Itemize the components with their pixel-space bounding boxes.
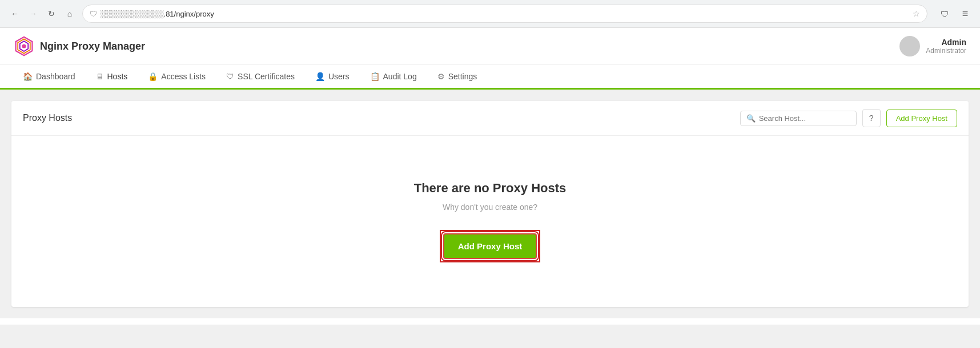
menu-button[interactable]: ≡	[957, 6, 973, 22]
shield-icon: 🛡	[90, 10, 97, 18]
app-logo-icon	[14, 36, 34, 56]
nav-settings[interactable]: ⚙ Settings	[428, 65, 487, 90]
forward-button[interactable]: →	[25, 6, 41, 22]
app-header: Nginx Proxy Manager Admin Administrator	[0, 28, 980, 65]
nav-ssl-label: SSL Certificates	[238, 72, 295, 81]
settings-icon: ⚙	[437, 72, 445, 81]
access-lists-icon: 🔒	[148, 72, 158, 81]
user-role: Administrator	[926, 47, 966, 55]
nav-audit-log-label: Audit Log	[383, 72, 417, 81]
user-info: Admin Administrator	[926, 38, 966, 55]
main-nav: 🏠 Dashboard 🖥 Hosts 🔒 Access Lists 🛡 SSL…	[0, 65, 980, 90]
back-button[interactable]: ←	[7, 6, 23, 22]
shield-browser-icon[interactable]: 🛡	[937, 6, 953, 22]
app-brand: Nginx Proxy Manager	[14, 36, 145, 56]
help-button[interactable]: ?	[862, 109, 881, 127]
bookmark-icon[interactable]: ☆	[913, 9, 920, 18]
nav-hosts-label: Hosts	[107, 72, 128, 81]
browser-nav-buttons: ← → ↻ ⌂	[7, 6, 78, 22]
users-icon: 👤	[315, 72, 325, 81]
app-title: Nginx Proxy Manager	[40, 41, 145, 52]
card-header-actions: 🔍 ? Add Proxy Host	[740, 109, 957, 127]
content-card: Proxy Hosts 🔍 ? Add Proxy Host There are…	[11, 101, 969, 307]
avatar	[899, 36, 920, 56]
add-proxy-host-header-button[interactable]: Add Proxy Host	[886, 110, 957, 127]
home-button[interactable]: ⌂	[62, 6, 78, 22]
add-proxy-host-button[interactable]: Add Proxy Host	[443, 233, 537, 259]
user-menu[interactable]: Admin Administrator	[899, 36, 966, 56]
dashboard-icon: 🏠	[23, 72, 33, 81]
card-title: Proxy Hosts	[23, 113, 72, 123]
nav-users[interactable]: 👤 Users	[306, 65, 359, 90]
browser-chrome: ← → ↻ ⌂ 🛡 ░░░░░░░░░░░░.81/nginx/proxy ☆ …	[0, 0, 980, 28]
nav-access-lists[interactable]: 🔒 Access Lists	[139, 65, 215, 90]
ssl-icon: 🛡	[226, 72, 234, 81]
address-text: ░░░░░░░░░░░░.81/nginx/proxy	[101, 10, 909, 18]
audit-log-icon: 📋	[370, 72, 380, 81]
app-main: Proxy Hosts 🔍 ? Add Proxy Host There are…	[0, 90, 980, 318]
browser-toolbar: ← → ↻ ⌂ 🛡 ░░░░░░░░░░░░.81/nginx/proxy ☆ …	[0, 0, 980, 27]
search-box[interactable]: 🔍	[740, 111, 857, 126]
empty-state-title: There are no Proxy Hosts	[414, 181, 567, 196]
reload-button[interactable]: ↻	[43, 6, 59, 22]
nav-settings-label: Settings	[448, 72, 477, 81]
search-input[interactable]	[759, 114, 850, 123]
nav-dashboard[interactable]: 🏠 Dashboard	[14, 65, 85, 90]
nav-dashboard-label: Dashboard	[36, 72, 75, 81]
empty-state-subtitle: Why don't you create one?	[443, 203, 537, 212]
add-proxy-host-highlight: Add Proxy Host	[440, 230, 541, 262]
nav-hosts[interactable]: 🖥 Hosts	[87, 65, 137, 90]
nav-users-label: Users	[328, 72, 350, 81]
nav-audit-log[interactable]: 📋 Audit Log	[361, 65, 426, 90]
search-icon: 🔍	[746, 114, 756, 123]
svg-point-3	[22, 44, 26, 48]
app-container: Nginx Proxy Manager Admin Administrator …	[0, 28, 980, 325]
nav-ssl-certificates[interactable]: 🛡 SSL Certificates	[217, 65, 304, 90]
hosts-icon: 🖥	[96, 72, 104, 81]
card-body: There are no Proxy Hosts Why don't you c…	[11, 136, 969, 307]
user-name: Admin	[926, 38, 966, 47]
nav-access-lists-label: Access Lists	[161, 72, 206, 81]
address-bar[interactable]: 🛡 ░░░░░░░░░░░░.81/nginx/proxy ☆	[82, 5, 927, 23]
card-header: Proxy Hosts 🔍 ? Add Proxy Host	[11, 101, 969, 136]
browser-right-icons: 🛡 ≡	[937, 6, 973, 22]
